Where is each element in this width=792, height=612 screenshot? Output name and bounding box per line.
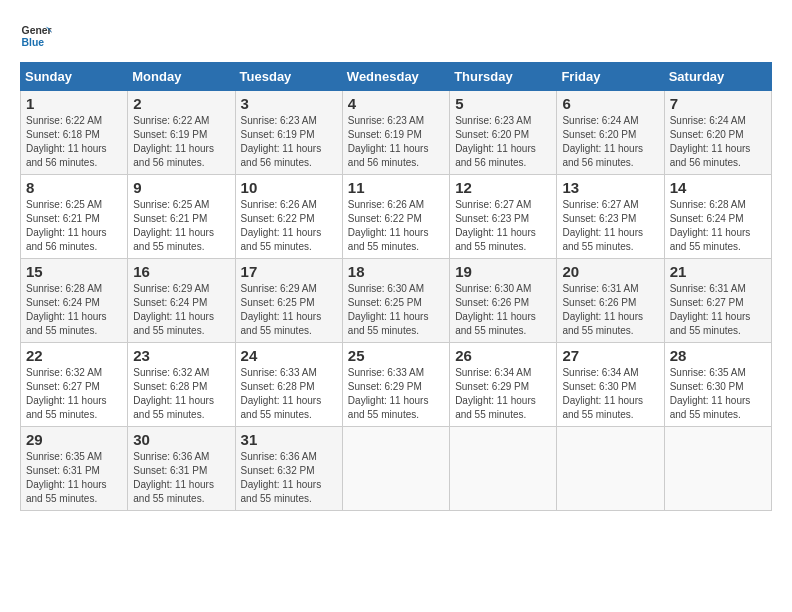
calendar-cell: 18Sunrise: 6:30 AMSunset: 6:25 PMDayligh… <box>342 259 449 343</box>
day-number: 31 <box>241 431 337 448</box>
svg-text:General: General <box>22 25 52 36</box>
week-row-3: 15Sunrise: 6:28 AMSunset: 6:24 PMDayligh… <box>21 259 772 343</box>
svg-text:Blue: Blue <box>22 37 45 48</box>
day-number: 21 <box>670 263 766 280</box>
day-detail: Sunrise: 6:36 AMSunset: 6:32 PMDaylight:… <box>241 450 337 506</box>
day-number: 2 <box>133 95 229 112</box>
day-detail: Sunrise: 6:29 AMSunset: 6:25 PMDaylight:… <box>241 282 337 338</box>
day-number: 22 <box>26 347 122 364</box>
calendar-cell: 26Sunrise: 6:34 AMSunset: 6:29 PMDayligh… <box>450 343 557 427</box>
calendar-cell: 12Sunrise: 6:27 AMSunset: 6:23 PMDayligh… <box>450 175 557 259</box>
week-row-5: 29Sunrise: 6:35 AMSunset: 6:31 PMDayligh… <box>21 427 772 511</box>
day-number: 24 <box>241 347 337 364</box>
day-detail: Sunrise: 6:26 AMSunset: 6:22 PMDaylight:… <box>348 198 444 254</box>
calendar-cell: 16Sunrise: 6:29 AMSunset: 6:24 PMDayligh… <box>128 259 235 343</box>
calendar-cell: 13Sunrise: 6:27 AMSunset: 6:23 PMDayligh… <box>557 175 664 259</box>
day-detail: Sunrise: 6:36 AMSunset: 6:31 PMDaylight:… <box>133 450 229 506</box>
day-number: 17 <box>241 263 337 280</box>
day-detail: Sunrise: 6:23 AMSunset: 6:20 PMDaylight:… <box>455 114 551 170</box>
day-detail: Sunrise: 6:24 AMSunset: 6:20 PMDaylight:… <box>670 114 766 170</box>
day-detail: Sunrise: 6:34 AMSunset: 6:29 PMDaylight:… <box>455 366 551 422</box>
day-number: 18 <box>348 263 444 280</box>
day-detail: Sunrise: 6:30 AMSunset: 6:26 PMDaylight:… <box>455 282 551 338</box>
calendar-cell <box>664 427 771 511</box>
calendar-cell: 31Sunrise: 6:36 AMSunset: 6:32 PMDayligh… <box>235 427 342 511</box>
calendar-cell: 30Sunrise: 6:36 AMSunset: 6:31 PMDayligh… <box>128 427 235 511</box>
calendar-cell: 20Sunrise: 6:31 AMSunset: 6:26 PMDayligh… <box>557 259 664 343</box>
calendar-cell: 15Sunrise: 6:28 AMSunset: 6:24 PMDayligh… <box>21 259 128 343</box>
day-number: 27 <box>562 347 658 364</box>
calendar-cell <box>557 427 664 511</box>
week-row-1: 1Sunrise: 6:22 AMSunset: 6:18 PMDaylight… <box>21 91 772 175</box>
day-detail: Sunrise: 6:22 AMSunset: 6:18 PMDaylight:… <box>26 114 122 170</box>
page-header: General Blue <box>20 20 772 52</box>
day-number: 11 <box>348 179 444 196</box>
calendar-cell: 7Sunrise: 6:24 AMSunset: 6:20 PMDaylight… <box>664 91 771 175</box>
day-detail: Sunrise: 6:26 AMSunset: 6:22 PMDaylight:… <box>241 198 337 254</box>
day-number: 7 <box>670 95 766 112</box>
calendar-cell: 5Sunrise: 6:23 AMSunset: 6:20 PMDaylight… <box>450 91 557 175</box>
day-number: 19 <box>455 263 551 280</box>
day-detail: Sunrise: 6:27 AMSunset: 6:23 PMDaylight:… <box>562 198 658 254</box>
day-detail: Sunrise: 6:33 AMSunset: 6:28 PMDaylight:… <box>241 366 337 422</box>
calendar-cell: 28Sunrise: 6:35 AMSunset: 6:30 PMDayligh… <box>664 343 771 427</box>
day-detail: Sunrise: 6:27 AMSunset: 6:23 PMDaylight:… <box>455 198 551 254</box>
day-detail: Sunrise: 6:29 AMSunset: 6:24 PMDaylight:… <box>133 282 229 338</box>
calendar-table: SundayMondayTuesdayWednesdayThursdayFrid… <box>20 62 772 511</box>
day-number: 14 <box>670 179 766 196</box>
day-detail: Sunrise: 6:28 AMSunset: 6:24 PMDaylight:… <box>26 282 122 338</box>
day-detail: Sunrise: 6:31 AMSunset: 6:26 PMDaylight:… <box>562 282 658 338</box>
day-number: 28 <box>670 347 766 364</box>
day-detail: Sunrise: 6:28 AMSunset: 6:24 PMDaylight:… <box>670 198 766 254</box>
week-row-4: 22Sunrise: 6:32 AMSunset: 6:27 PMDayligh… <box>21 343 772 427</box>
week-row-2: 8Sunrise: 6:25 AMSunset: 6:21 PMDaylight… <box>21 175 772 259</box>
calendar-cell: 6Sunrise: 6:24 AMSunset: 6:20 PMDaylight… <box>557 91 664 175</box>
day-number: 10 <box>241 179 337 196</box>
day-number: 25 <box>348 347 444 364</box>
day-number: 1 <box>26 95 122 112</box>
day-number: 20 <box>562 263 658 280</box>
day-detail: Sunrise: 6:32 AMSunset: 6:27 PMDaylight:… <box>26 366 122 422</box>
calendar-cell: 19Sunrise: 6:30 AMSunset: 6:26 PMDayligh… <box>450 259 557 343</box>
day-detail: Sunrise: 6:22 AMSunset: 6:19 PMDaylight:… <box>133 114 229 170</box>
calendar-cell: 9Sunrise: 6:25 AMSunset: 6:21 PMDaylight… <box>128 175 235 259</box>
day-header-monday: Monday <box>128 63 235 91</box>
day-number: 12 <box>455 179 551 196</box>
calendar-cell: 24Sunrise: 6:33 AMSunset: 6:28 PMDayligh… <box>235 343 342 427</box>
day-detail: Sunrise: 6:34 AMSunset: 6:30 PMDaylight:… <box>562 366 658 422</box>
day-number: 29 <box>26 431 122 448</box>
calendar-cell: 27Sunrise: 6:34 AMSunset: 6:30 PMDayligh… <box>557 343 664 427</box>
calendar-cell: 1Sunrise: 6:22 AMSunset: 6:18 PMDaylight… <box>21 91 128 175</box>
calendar-cell: 11Sunrise: 6:26 AMSunset: 6:22 PMDayligh… <box>342 175 449 259</box>
calendar-cell: 14Sunrise: 6:28 AMSunset: 6:24 PMDayligh… <box>664 175 771 259</box>
day-number: 23 <box>133 347 229 364</box>
calendar-cell: 22Sunrise: 6:32 AMSunset: 6:27 PMDayligh… <box>21 343 128 427</box>
calendar-cell: 25Sunrise: 6:33 AMSunset: 6:29 PMDayligh… <box>342 343 449 427</box>
logo-icon: General Blue <box>20 20 52 52</box>
calendar-cell <box>450 427 557 511</box>
day-number: 3 <box>241 95 337 112</box>
day-number: 4 <box>348 95 444 112</box>
day-header-friday: Friday <box>557 63 664 91</box>
day-number: 30 <box>133 431 229 448</box>
calendar-cell: 21Sunrise: 6:31 AMSunset: 6:27 PMDayligh… <box>664 259 771 343</box>
day-detail: Sunrise: 6:25 AMSunset: 6:21 PMDaylight:… <box>133 198 229 254</box>
calendar-cell: 10Sunrise: 6:26 AMSunset: 6:22 PMDayligh… <box>235 175 342 259</box>
calendar-cell: 23Sunrise: 6:32 AMSunset: 6:28 PMDayligh… <box>128 343 235 427</box>
day-detail: Sunrise: 6:30 AMSunset: 6:25 PMDaylight:… <box>348 282 444 338</box>
day-detail: Sunrise: 6:25 AMSunset: 6:21 PMDaylight:… <box>26 198 122 254</box>
calendar-cell: 3Sunrise: 6:23 AMSunset: 6:19 PMDaylight… <box>235 91 342 175</box>
day-number: 5 <box>455 95 551 112</box>
calendar-cell: 8Sunrise: 6:25 AMSunset: 6:21 PMDaylight… <box>21 175 128 259</box>
day-detail: Sunrise: 6:23 AMSunset: 6:19 PMDaylight:… <box>241 114 337 170</box>
day-detail: Sunrise: 6:24 AMSunset: 6:20 PMDaylight:… <box>562 114 658 170</box>
calendar-cell: 4Sunrise: 6:23 AMSunset: 6:19 PMDaylight… <box>342 91 449 175</box>
day-header-wednesday: Wednesday <box>342 63 449 91</box>
day-header-sunday: Sunday <box>21 63 128 91</box>
calendar-cell: 2Sunrise: 6:22 AMSunset: 6:19 PMDaylight… <box>128 91 235 175</box>
day-number: 16 <box>133 263 229 280</box>
calendar-cell <box>342 427 449 511</box>
day-detail: Sunrise: 6:33 AMSunset: 6:29 PMDaylight:… <box>348 366 444 422</box>
day-number: 6 <box>562 95 658 112</box>
day-header-tuesday: Tuesday <box>235 63 342 91</box>
